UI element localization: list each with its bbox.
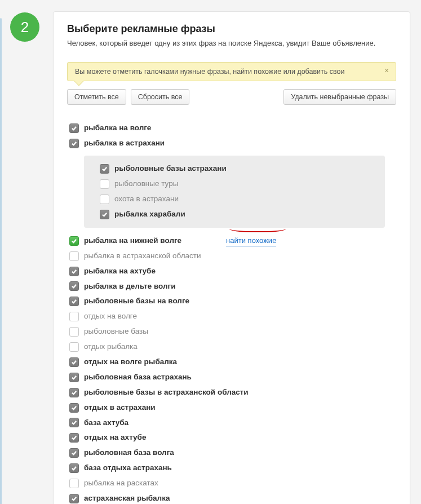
checkbox[interactable] [69,123,79,133]
nested-phrases: рыболовные базы астрахани рыболовные тур… [84,156,385,228]
hint-box: Вы можете отметить галочками нужные фраз… [67,62,396,81]
phrase-label: рыболовная база астрахань [84,372,192,383]
phrase-label: база ахтуба [84,418,128,428]
step-badge: 2 [10,12,39,42]
phrase-row: рыбалка харабали [100,207,378,222]
checkbox[interactable] [69,342,79,352]
checkbox[interactable] [69,251,79,261]
left-accent-bar [0,18,2,504]
phrase-label: охота в астрахани [114,194,179,205]
checkbox[interactable] [100,194,109,204]
phrase-row: рыбалка в астраханской области [69,249,388,264]
phrase-label: рыбалка харабали [114,209,185,220]
phrase-list: рыбалка на волге рыбалка в астрахани рыб… [67,113,396,504]
reset-all-button[interactable]: Сбросить все [131,89,190,105]
phrase-label: рыбалка в дельте волги [84,281,175,292]
checkbox[interactable] [100,164,109,174]
phrase-label: рыбалка на нижней волге [84,236,181,246]
phrase-row: отдых на ахтубе [69,430,388,445]
phrase-row: рыбалка на раскатах [69,476,388,491]
phrase-row: рыболовная база астрахань [69,370,388,385]
card-title: Выберите рекламные фразы [67,23,396,35]
checkbox[interactable] [69,357,79,367]
phrase-row: рыболовные базы на волге [69,294,388,309]
phrase-label: астраханская рыбалка [84,493,170,504]
phrase-row: рыболовная база волга [69,445,388,461]
phrase-row: рыбалка на нижней волге найти похожие [69,233,388,249]
phrase-label: рыбалка на волге [84,123,151,134]
phrase-label: рыболовная база волга [84,448,174,458]
checkbox[interactable] [100,210,109,219]
checkbox[interactable] [69,494,79,503]
phrase-row: рыбалка в астрахани [69,136,388,151]
phrase-label: рыбалка в астраханской области [84,251,201,262]
page-wrapper: 2 Выберите рекламные фразы Человек, кото… [0,0,421,504]
phrase-row: рыбалка в дельте волги [69,279,388,294]
card-subtitle: Человек, который введет одну из этих фра… [67,38,396,48]
phrase-row: отдых рыбалка [69,339,388,355]
phrase-label: рыбалка на раскатах [84,478,158,489]
phrase-row: рыболовные базы в астраханской области [69,385,388,400]
phrase-label: рыболовные базы на волге [84,296,189,307]
phrase-row: рыболовные туры [100,176,378,192]
hint-close-button[interactable]: × [382,66,391,75]
phrase-row: отдых в астрахани [69,400,388,415]
step-number: 2 [21,19,29,36]
checkbox[interactable] [69,388,79,397]
phrase-row: охота в астрахани [100,192,378,207]
phrase-row: рыбалка на волге [69,121,388,136]
checkbox[interactable] [69,433,79,443]
checkbox[interactable] [69,463,79,473]
toolbar: Отметить все Сбросить все Удалить невыбр… [67,89,396,105]
checkbox[interactable] [69,448,79,458]
phrase-row: отдых на волге [69,309,388,324]
phrase-row: отдых на волге рыбалка [69,355,388,370]
checkbox[interactable] [69,267,79,276]
delete-unselected-button[interactable]: Удалить невыбранные фразы [283,89,396,105]
phrase-row: рыбалка на ахтубе [69,264,388,279]
checkbox[interactable] [69,373,79,382]
phrase-label: рыболовные базы [84,326,148,337]
phrase-row: база отдыха астрахань [69,461,388,476]
find-similar-link[interactable]: найти похожие [226,236,276,246]
phrase-label: рыболовные туры [114,179,178,189]
checkbox[interactable] [69,479,79,488]
select-all-button[interactable]: Отметить все [67,89,126,105]
checkbox[interactable] [69,418,79,427]
phrase-label: база отдыха астрахань [84,463,172,474]
phrase-label: рыболовные базы в астраханской области [84,387,249,398]
checkbox[interactable] [69,297,79,306]
checkbox[interactable] [69,281,79,291]
phrase-label: отдых на волге рыбалка [84,357,177,368]
phrase-label: отдых на ахтубе [84,432,146,443]
checkbox[interactable] [69,403,79,413]
checkbox[interactable] [69,312,79,321]
phrase-label: рыбалка в астрахани [84,138,165,149]
phrase-label: отдых в астрахани [84,403,156,413]
phrase-row: астраханская рыбалка [69,491,388,504]
phrase-row: рыболовные базы астрахани [100,161,378,176]
hint-tail [74,77,84,86]
phrase-label: рыбалка на ахтубе [84,266,156,277]
checkbox[interactable] [69,327,79,337]
phrase-label: отдых на волге [84,311,137,322]
phrase-label: рыболовные базы астрахани [114,163,227,174]
phrase-row: база ахтуба [69,415,388,431]
phrase-row: рыболовные базы [69,324,388,339]
phrase-label: отдых рыбалка [84,342,138,352]
checkbox[interactable] [69,139,79,148]
checkbox[interactable] [69,236,79,246]
hint-text: Вы можете отметить галочками нужные фраз… [75,68,344,76]
main-card: Выберите рекламные фразы Человек, которы… [53,11,410,504]
checkbox[interactable] [100,179,109,189]
